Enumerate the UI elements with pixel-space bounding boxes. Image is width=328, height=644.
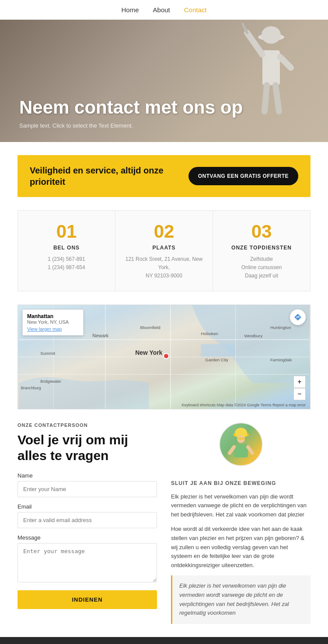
- svg-text:New York: New York: [135, 349, 162, 356]
- navigation: Home About Contact: [0, 0, 328, 20]
- form-group-name: Name: [17, 472, 157, 497]
- svg-line-6: [276, 85, 279, 111]
- svg-rect-8: [201, 344, 235, 357]
- hero-subtitle: Sample text. Click to select the Text El…: [19, 122, 243, 129]
- map-location-sub: New York, NY, USA: [27, 319, 79, 325]
- map-location-title: Manhattan: [27, 313, 79, 319]
- map-zoom-in[interactable]: +: [293, 376, 306, 388]
- hero-section: Neem contact met ons op Sample text. Cli…: [0, 20, 328, 142]
- svg-text:Huntington: Huntington: [270, 325, 291, 329]
- svg-text:Bridgewater: Bridgewater: [40, 379, 61, 384]
- quote-box: Elk plezier is het verwelkomen van pijn …: [171, 575, 311, 624]
- message-label: Message: [17, 534, 157, 541]
- name-input[interactable]: [17, 481, 157, 497]
- map-info-overlay: Manhattan New York, NY, USA View larger …: [22, 309, 84, 336]
- map-directions-icon[interactable]: [290, 309, 306, 325]
- svg-point-1: [262, 26, 281, 44]
- right-column: SLUIT JE AAN BIJ ONZE BEWEGING Elk plezi…: [171, 422, 311, 624]
- svg-line-34: [248, 447, 252, 453]
- svg-text:Garden City: Garden City: [205, 357, 228, 362]
- submit-button[interactable]: INDIENEN: [17, 590, 157, 609]
- svg-text:Farmingdale: Farmingdale: [270, 357, 292, 362]
- hero-content: Neem contact met ons op Sample text. Cli…: [0, 97, 243, 142]
- svg-text:Newark: Newark: [92, 333, 108, 338]
- svg-text:Bloomfield: Bloomfield: [140, 325, 160, 329]
- map-zoom-out[interactable]: −: [293, 388, 306, 400]
- right-text-2: Hoe wordt al dit verkeerde idee van het …: [171, 525, 311, 570]
- nav-contact[interactable]: Contact: [184, 6, 207, 14]
- map-zoom-controls: + −: [293, 376, 306, 400]
- map-larger-link[interactable]: View larger map: [27, 326, 62, 332]
- info-card-num-3: 03: [222, 221, 301, 242]
- svg-line-5: [265, 85, 267, 111]
- svg-point-28: [164, 353, 169, 359]
- info-card-num-2: 02: [124, 221, 204, 242]
- svg-text:Summit: Summit: [40, 351, 55, 356]
- form-group-message: Message: [17, 534, 157, 584]
- hero-title: Neem contact met ons op: [19, 97, 243, 118]
- email-input[interactable]: [17, 512, 157, 528]
- contact-section-label: ONZE CONTACTPERSOON: [17, 422, 157, 428]
- footer: Sample text. Click to select the Text El…: [0, 637, 328, 644]
- contact-avatar: [219, 422, 263, 466]
- info-card-body-2: 121 Rock Sreet, 21 Avenue, New York, NY …: [124, 255, 204, 280]
- map-container: New York Newark Hoboken Summit Westbury …: [17, 305, 311, 409]
- svg-point-35: [237, 437, 245, 440]
- contact-section-heading: Voel je vrij om mij alles te vragen: [17, 432, 157, 464]
- banner-text: Veiligheid en service, altijd onze prior…: [30, 165, 170, 187]
- svg-text:Westbury: Westbury: [244, 333, 262, 338]
- info-card-address: 02 PLAATS 121 Rock Sreet, 21 Avenue, New…: [115, 210, 213, 291]
- name-label: Name: [17, 472, 157, 479]
- right-text-1: Elk plezier is het verwelkomen van pijn …: [171, 492, 311, 519]
- svg-line-33: [230, 447, 234, 453]
- info-card-services: 03 ONZE TOPDIENSTEN Zelfstudie Online cu…: [213, 210, 311, 291]
- nav-home[interactable]: Home: [122, 6, 139, 14]
- svg-line-4: [280, 57, 291, 68]
- info-card-body-1: 1 (234) 567-891 1 (234) 987-654: [27, 255, 106, 272]
- bottom-section: ONZE CONTACTPERSOON Voel je vrij om mij …: [17, 422, 311, 624]
- email-label: Email: [17, 503, 157, 510]
- avatar-area: [171, 422, 311, 473]
- contact-form-column: ONZE CONTACTPERSOON Voel je vrij om mij …: [17, 422, 157, 624]
- info-cards: 01 BEL ONS 1 (234) 567-891 1 (234) 987-6…: [17, 210, 311, 291]
- free-quote-button[interactable]: ONTVANG EEN GRATIS OFFERTE: [188, 167, 298, 185]
- info-card-num-1: 01: [27, 221, 106, 242]
- yellow-banner: Veiligheid en service, altijd onze prior…: [17, 155, 311, 197]
- info-card-body-3: Zelfstudie Online cursussen Daag jezelf …: [222, 255, 301, 280]
- message-textarea[interactable]: [17, 543, 157, 582]
- nav-about[interactable]: About: [153, 6, 170, 14]
- svg-rect-32: [234, 444, 248, 457]
- svg-text:Branchburg: Branchburg: [21, 386, 41, 390]
- svg-text:Hoboken: Hoboken: [201, 331, 218, 336]
- map-attribution: Keyboard shortcuts Map data ©2024 Google…: [181, 403, 306, 407]
- info-card-title-2: PLAATS: [124, 245, 204, 251]
- info-card-title-1: BEL ONS: [27, 245, 106, 251]
- info-card-title-3: ONZE TOPDIENSTEN: [222, 245, 301, 251]
- info-card-phone: 01 BEL ONS 1 (234) 567-891 1 (234) 987-6…: [17, 210, 115, 291]
- form-group-email: Email: [17, 503, 157, 528]
- join-label: SLUIT JE AAN BIJ ONZE BEWEGING: [171, 480, 311, 486]
